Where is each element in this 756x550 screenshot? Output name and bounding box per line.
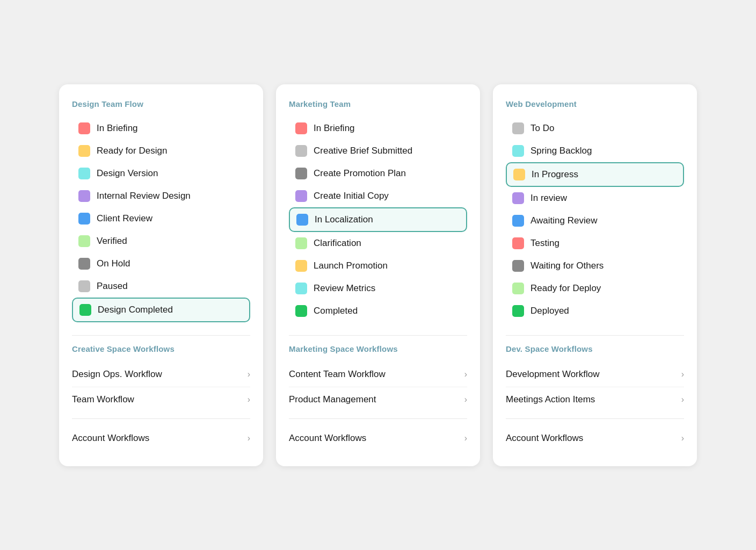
workflow-label: Design Ops. Workflow (72, 369, 162, 380)
status-item[interactable]: Awaiting Review (506, 209, 684, 232)
account-chevron-right-icon: › (248, 433, 250, 443)
divider (289, 335, 467, 336)
status-item[interactable]: Waiting for Others (506, 255, 684, 277)
status-item[interactable]: Paused (72, 275, 250, 298)
workflow-item[interactable]: Meetings Action Items› (506, 387, 684, 412)
status-color-dot (79, 304, 91, 316)
status-color-dot (295, 305, 307, 317)
status-label: Review Metrics (314, 283, 375, 294)
status-item[interactable]: Verified (72, 230, 250, 252)
status-label: Launch Promotion (314, 260, 388, 271)
status-item[interactable]: Client Review (72, 207, 250, 230)
status-label: In Progress (532, 169, 578, 180)
status-label: Client Review (97, 213, 152, 224)
workflow-item[interactable]: Product Management› (289, 387, 467, 412)
status-color-dot (78, 235, 90, 247)
status-color-dot (512, 215, 524, 227)
chevron-right-icon: › (681, 370, 684, 379)
status-label: Deployed (530, 306, 569, 316)
status-item[interactable]: Internal Review Design (72, 185, 250, 207)
status-color-dot (78, 145, 90, 157)
status-color-dot (295, 283, 307, 294)
status-item[interactable]: Creative Brief Submitted (289, 140, 467, 162)
status-color-dot (296, 214, 308, 226)
status-color-dot (78, 190, 90, 202)
section-title-design: Design Team Flow (72, 99, 250, 108)
status-item[interactable]: Ready for Deploy (506, 277, 684, 300)
account-workflow-item[interactable]: Account Workflows› (506, 425, 684, 451)
status-color-dot (512, 145, 524, 157)
status-label: In review (530, 193, 567, 204)
account-workflow-item[interactable]: Account Workflows› (289, 425, 467, 451)
status-color-dot (512, 305, 524, 317)
account-workflow-label: Account Workflows (72, 433, 149, 444)
workflow-label: Content Team Workflow (289, 369, 386, 380)
status-item[interactable]: Design Completed (72, 298, 250, 322)
status-item[interactable]: In Briefing (72, 117, 250, 140)
status-item[interactable]: Review Metrics (289, 277, 467, 300)
status-item[interactable]: Create Promotion Plan (289, 162, 467, 185)
status-item[interactable]: In Briefing (289, 117, 467, 140)
workflow-list-design: Design Ops. Workflow›Team Workflow› (72, 362, 250, 412)
status-color-dot (78, 213, 90, 225)
panel-design: Design Team FlowIn BriefingReady for Des… (59, 84, 263, 466)
divider (72, 335, 250, 336)
status-label: Awaiting Review (530, 215, 597, 226)
status-label: In Briefing (314, 123, 355, 134)
status-label: Verified (97, 236, 127, 247)
status-label: To Do (530, 123, 554, 134)
status-item[interactable]: Spring Backlog (506, 140, 684, 162)
panel-marketing: Marketing TeamIn BriefingCreative Brief … (276, 84, 480, 466)
account-chevron-right-icon: › (681, 433, 684, 443)
status-label: On Hold (97, 258, 130, 269)
status-item[interactable]: Clarification (289, 232, 467, 255)
divider (506, 335, 684, 336)
workflow-label: Meetings Action Items (506, 394, 595, 405)
status-item[interactable]: In review (506, 187, 684, 209)
workflow-item[interactable]: Development Workflow› (506, 362, 684, 387)
status-item[interactable]: On Hold (72, 252, 250, 275)
status-item[interactable]: Completed (289, 300, 467, 322)
divider-account (506, 418, 684, 419)
divider-account (289, 418, 467, 419)
status-color-dot (512, 260, 524, 272)
workflow-list-marketing: Content Team Workflow›Product Management… (289, 362, 467, 412)
status-color-dot (78, 168, 90, 179)
workflow-item[interactable]: Content Team Workflow› (289, 362, 467, 387)
status-label: Spring Backlog (530, 146, 592, 156)
status-item[interactable]: Launch Promotion (289, 255, 467, 277)
status-label: Internal Review Design (97, 191, 191, 201)
status-item[interactable]: Ready for Design (72, 140, 250, 162)
status-item[interactable]: Testing (506, 232, 684, 255)
account-chevron-right-icon: › (464, 433, 467, 443)
status-label: Ready for Deploy (530, 283, 601, 294)
status-color-dot (512, 237, 524, 249)
status-label: Create Initial Copy (314, 191, 389, 201)
chevron-right-icon: › (464, 370, 467, 379)
status-color-dot (512, 283, 524, 294)
section-title-webdev: Web Development (506, 99, 684, 108)
status-list-design: In BriefingReady for DesignDesign Versio… (72, 117, 250, 322)
workflow-item[interactable]: Team Workflow› (72, 387, 250, 412)
status-color-dot (295, 145, 307, 157)
status-label: Clarification (314, 238, 361, 249)
status-list-marketing: In BriefingCreative Brief SubmittedCreat… (289, 117, 467, 322)
status-item[interactable]: In Progress (506, 162, 684, 187)
status-label: Design Completed (98, 305, 173, 315)
status-color-dot (295, 190, 307, 202)
status-item[interactable]: Deployed (506, 300, 684, 322)
chevron-right-icon: › (464, 395, 467, 404)
status-item[interactable]: In Localization (289, 207, 467, 232)
workflow-item[interactable]: Design Ops. Workflow› (72, 362, 250, 387)
status-label: Testing (530, 238, 559, 249)
status-item[interactable]: Create Initial Copy (289, 185, 467, 207)
account-workflow-item[interactable]: Account Workflows› (72, 425, 250, 451)
status-label: Create Promotion Plan (314, 168, 406, 179)
workflow-list-webdev: Development Workflow›Meetings Action Ite… (506, 362, 684, 412)
status-item[interactable]: To Do (506, 117, 684, 140)
chevron-right-icon: › (248, 370, 250, 379)
space-workflows-title-marketing: Marketing Space Workflows (289, 344, 467, 353)
status-label: In Briefing (97, 123, 138, 134)
account-workflow-label: Account Workflows (506, 433, 583, 444)
status-item[interactable]: Design Version (72, 162, 250, 185)
